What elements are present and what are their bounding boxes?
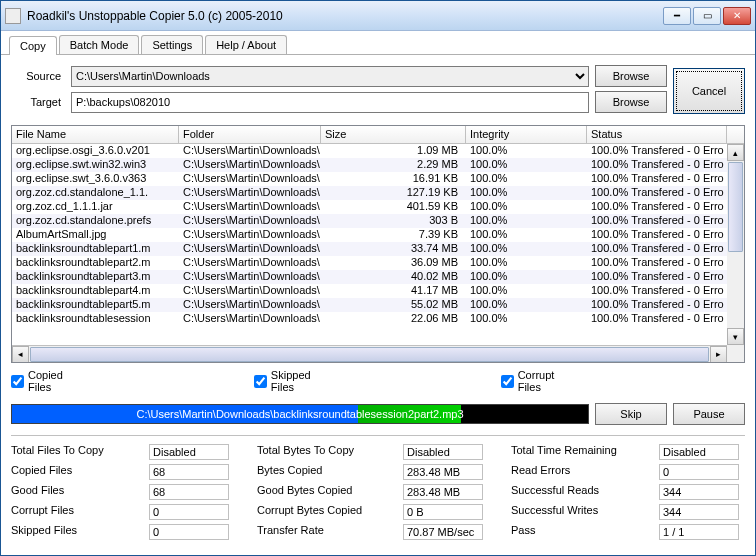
main-window: Roadkil's Unstoppable Copier 5.0 (c) 200… — [0, 0, 756, 556]
close-button[interactable]: ✕ — [723, 7, 751, 25]
cell-in: 100.0% — [466, 172, 587, 186]
val-time-remain: Disabled — [659, 444, 739, 460]
cell-in: 100.0% — [466, 242, 587, 256]
pause-button[interactable]: Pause — [673, 403, 745, 425]
check-copied-box[interactable] — [11, 375, 24, 388]
cell-sz: 33.74 MB — [321, 242, 466, 256]
cell-st: 100.0% Transfered - 0 Erro — [587, 312, 727, 326]
v-scrollbar[interactable]: ▴ ▾ — [727, 144, 744, 362]
cell-in: 100.0% — [466, 214, 587, 228]
cell-in: 100.0% — [466, 228, 587, 242]
source-input[interactable]: C:\Users\Martin\Downloads — [71, 66, 589, 87]
maximize-button[interactable]: ▭ — [693, 7, 721, 25]
minimize-button[interactable]: ━ — [663, 7, 691, 25]
table-row[interactable]: org.zoz.cd_1.1.1.jarC:\Users\Martin\Down… — [12, 200, 744, 214]
cell-fn: AlbumArtSmall.jpg — [12, 228, 179, 242]
table-row[interactable]: backlinksroundtablepart1.mC:\Users\Marti… — [12, 242, 744, 256]
table-header: File Name Folder Size Integrity Status — [12, 126, 744, 144]
val-copied-files: 68 — [149, 464, 229, 480]
val-corrupt-bytes: 0 B — [403, 504, 483, 520]
check-corrupt[interactable]: Corrupt Files — [501, 369, 565, 393]
v-scroll-thumb[interactable] — [728, 162, 743, 252]
cell-st: 100.0% Transfered - 0 Erro — [587, 256, 727, 270]
check-corrupt-box[interactable] — [501, 375, 514, 388]
skip-button[interactable]: Skip — [595, 403, 667, 425]
table-row[interactable]: org.zoz.cd.standalone.prefsC:\Users\Mart… — [12, 214, 744, 228]
cell-sz: 1.09 MB — [321, 144, 466, 158]
cell-sz: 2.29 MB — [321, 158, 466, 172]
cell-in: 100.0% — [466, 270, 587, 284]
table-row[interactable]: backlinksroundtablepart2.mC:\Users\Marti… — [12, 256, 744, 270]
table-row[interactable]: org.eclipse.swt.win32.win3C:\Users\Marti… — [12, 158, 744, 172]
col-size[interactable]: Size — [321, 126, 466, 143]
lbl-copied-files: Copied Files — [11, 464, 121, 480]
cell-in: 100.0% — [466, 312, 587, 326]
cell-sz: 303 B — [321, 214, 466, 228]
table-row[interactable]: backlinksroundtablepart4.mC:\Users\Marti… — [12, 284, 744, 298]
col-folder[interactable]: Folder — [179, 126, 321, 143]
cell-fn: org.zoz.cd.standalone.prefs — [12, 214, 179, 228]
filter-checks: Copied Files Skipped Files Corrupt Files — [11, 369, 745, 393]
tab-settings[interactable]: Settings — [141, 35, 203, 54]
table-row[interactable]: org.eclipse.osgi_3.6.0.v201C:\Users\Mart… — [12, 144, 744, 158]
h-scrollbar[interactable]: ◂ ▸ — [12, 345, 727, 362]
cancel-button[interactable]: Cancel — [673, 68, 745, 114]
check-copied[interactable]: Copied Files — [11, 369, 74, 393]
scroll-left-icon[interactable]: ◂ — [12, 346, 29, 363]
window-title: Roadkil's Unstoppable Copier 5.0 (c) 200… — [27, 9, 663, 23]
table-row[interactable]: org.eclipse.swt_3.6.0.v363C:\Users\Marti… — [12, 172, 744, 186]
table-row[interactable]: AlbumArtSmall.jpgC:\Users\Martin\Downloa… — [12, 228, 744, 242]
tab-help[interactable]: Help / About — [205, 35, 287, 54]
scroll-up-icon[interactable]: ▴ — [727, 144, 744, 161]
tab-copy[interactable]: Copy — [9, 36, 57, 55]
cell-fd: C:\Users\Martin\Downloads\ — [179, 312, 321, 326]
cell-fn: org.eclipse.osgi_3.6.0.v201 — [12, 144, 179, 158]
val-total-bytes: Disabled — [403, 444, 483, 460]
col-integrity[interactable]: Integrity — [466, 126, 587, 143]
cell-st: 100.0% Transfered - 0 Erro — [587, 228, 727, 242]
col-status[interactable]: Status — [587, 126, 727, 143]
val-total-files: Disabled — [149, 444, 229, 460]
val-read-err: 0 — [659, 464, 739, 480]
cell-fn: org.eclipse.swt_3.6.0.v363 — [12, 172, 179, 186]
h-scroll-thumb[interactable] — [30, 347, 709, 362]
table-row[interactable]: backlinksroundtablesessionC:\Users\Marti… — [12, 312, 744, 326]
tab-content: Source C:\Users\Martin\Downloads Browse … — [1, 55, 755, 550]
cell-in: 100.0% — [466, 284, 587, 298]
cell-sz: 40.02 MB — [321, 270, 466, 284]
browse-target-button[interactable]: Browse — [595, 91, 667, 113]
cell-st: 100.0% Transfered - 0 Erro — [587, 186, 727, 200]
cell-fd: C:\Users\Martin\Downloads\ — [179, 228, 321, 242]
cell-in: 100.0% — [466, 158, 587, 172]
lbl-skipped-files: Skipped Files — [11, 524, 121, 540]
cell-sz: 16.91 KB — [321, 172, 466, 186]
tab-batch[interactable]: Batch Mode — [59, 35, 140, 54]
table-row[interactable]: org.zoz.cd.standalone_1.1.C:\Users\Marti… — [12, 186, 744, 200]
scroll-right-icon[interactable]: ▸ — [710, 346, 727, 363]
table-row[interactable]: backlinksroundtablepart5.mC:\Users\Marti… — [12, 298, 744, 312]
col-filename[interactable]: File Name — [12, 126, 179, 143]
check-skipped-box[interactable] — [254, 375, 267, 388]
cell-fd: C:\Users\Martin\Downloads\ — [179, 172, 321, 186]
cell-fd: C:\Users\Martin\Downloads\ — [179, 186, 321, 200]
cell-fn: org.zoz.cd_1.1.1.jar — [12, 200, 179, 214]
cell-st: 100.0% Transfered - 0 Erro — [587, 284, 727, 298]
check-skipped[interactable]: Skipped Files — [254, 369, 321, 393]
cell-fd: C:\Users\Martin\Downloads\ — [179, 298, 321, 312]
cell-in: 100.0% — [466, 200, 587, 214]
progress-text: C:\Users\Martin\Downloads\backlinksround… — [136, 408, 463, 420]
val-succ-reads: 344 — [659, 484, 739, 500]
target-input[interactable] — [71, 92, 589, 113]
scroll-down-icon[interactable]: ▾ — [727, 328, 744, 345]
browse-source-button[interactable]: Browse — [595, 65, 667, 87]
cell-fd: C:\Users\Martin\Downloads\ — [179, 242, 321, 256]
cell-sz: 41.17 MB — [321, 284, 466, 298]
val-bytes-copied: 283.48 MB — [403, 464, 483, 480]
app-icon — [5, 8, 21, 24]
window-controls: ━ ▭ ✕ — [663, 7, 751, 25]
tab-bar: Copy Batch Mode Settings Help / About — [1, 31, 755, 55]
val-good-bytes: 283.48 MB — [403, 484, 483, 500]
cell-st: 100.0% Transfered - 0 Erro — [587, 270, 727, 284]
cell-fd: C:\Users\Martin\Downloads\ — [179, 214, 321, 228]
table-row[interactable]: backlinksroundtablepart3.mC:\Users\Marti… — [12, 270, 744, 284]
